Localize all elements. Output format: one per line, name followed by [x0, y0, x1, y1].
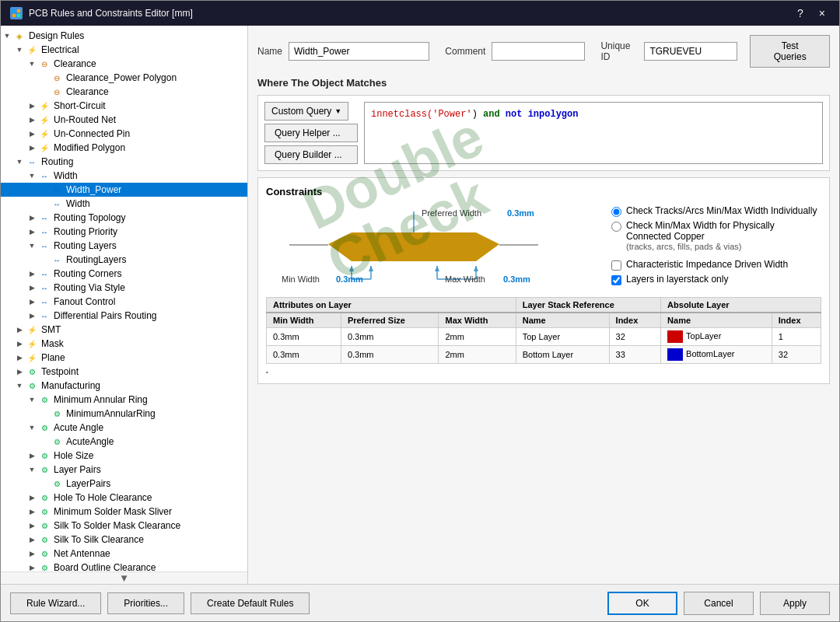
cell-layer-index: 33 [609, 346, 661, 364]
tree-item-differential-pairs[interactable]: ▶↔Differential Pairs Routing [1, 309, 247, 323]
attributes-table: Attributes on Layer Layer Stack Referenc… [266, 297, 821, 364]
tree-item-short-circuit[interactable]: ▶⚡Short-Circuit [1, 99, 247, 113]
titlebar-left: PCB Rules and Constraints Editor [mm] [10, 7, 193, 19]
tree-item-design-rules[interactable]: ▼◈Design Rules [1, 29, 247, 43]
query-type-dropdown[interactable]: Custom Query ▼ [264, 102, 358, 121]
tree-item-electrical[interactable]: ▼⚡Electrical [1, 43, 247, 57]
tree-item-routing-corners[interactable]: ▶↔Routing Corners [1, 267, 247, 281]
cancel-button[interactable]: Cancel [684, 592, 754, 615]
svg-marker-21 [474, 266, 478, 271]
tree-item-layer-pairs[interactable]: ▼⚙Layer Pairs [1, 463, 247, 477]
tree-item-min-solder-mask[interactable]: ▶⚙Minimum Solder Mask Sliver [1, 505, 247, 519]
tree-label: LayerPairs [65, 477, 112, 490]
tree-item-width-power[interactable]: ↔Width_Power [1, 183, 247, 197]
tree-label: Hole To Hole Clearance [52, 491, 154, 504]
left-panel: ▼◈Design Rules▼⚡Electrical▼⊖Clearance ⊖C… [1, 26, 248, 584]
table-row[interactable]: 0.3mm 0.3mm 2mm Bottom Layer 33 BottomLa… [267, 346, 821, 364]
tree-item-width[interactable]: ▼↔Width [1, 169, 247, 183]
tree-item-testpoint[interactable]: ▶⚙Testpoint [1, 365, 247, 379]
tree-item-modified-polygon[interactable]: ▶⚡Modified Polygon [1, 141, 247, 155]
tree-item-manufacturing[interactable]: ▼⚙Manufacturing [1, 379, 247, 393]
tree-item-acute-angle-rule[interactable]: ⚙AcuteAngle [1, 435, 247, 449]
tree-item-routing-layers-rule[interactable]: ↔RoutingLayers [1, 253, 247, 267]
tree-scroll-down[interactable]: ▼ [1, 571, 247, 584]
tree-item-routing-via-style[interactable]: ▶↔Routing Via Style [1, 281, 247, 295]
chk-impedance[interactable] [611, 260, 621, 271]
titlebar-controls: ? × [793, 5, 830, 21]
cell-abs-name: TopLayer [661, 328, 772, 346]
tree-label: Silk To Solder Mask Clearance [52, 519, 182, 532]
tree-container[interactable]: ▼◈Design Rules▼⚡Electrical▼⊖Clearance ⊖C… [1, 26, 247, 571]
name-input[interactable] [289, 42, 429, 61]
close-button[interactable]: × [814, 5, 830, 21]
ok-button[interactable]: OK [607, 592, 677, 615]
tree-item-hole-size[interactable]: ▶⚙Hole Size [1, 449, 247, 463]
query-helper-button[interactable]: Query Helper ... [264, 124, 358, 142]
tree-item-clearance[interactable]: ⊖Clearance [1, 85, 247, 99]
help-button[interactable]: ? [793, 5, 808, 21]
tree-label: Differential Pairs Routing [52, 309, 159, 322]
col-layer-name: Name [516, 313, 609, 328]
radio-individual-row: Check Tracks/Arcs Min/Max Width Individu… [611, 205, 821, 217]
tree-item-min-annular-ring[interactable]: ▼⚙Minimum Annular Ring [1, 393, 247, 407]
col-max-width: Max Width [439, 313, 516, 328]
tree-item-silk-solder-mask[interactable]: ▶⚙Silk To Solder Mask Clearance [1, 519, 247, 533]
query-builder-button[interactable]: Query Builder ... [264, 145, 358, 164]
tree-item-fanout-control[interactable]: ▶↔Fanout Control [1, 295, 247, 309]
tree-item-width-rule[interactable]: ↔Width [1, 197, 247, 211]
tree-item-routing-priority[interactable]: ▶↔Routing Priority [1, 225, 247, 239]
tree-label: Un-Connected Pin [52, 128, 131, 140]
tree-item-un-routed-net[interactable]: ▶⚡Un-Routed Net [1, 113, 247, 127]
test-queries-button[interactable]: Test Queries [750, 35, 830, 68]
svg-text:Min Width: Min Width [282, 274, 320, 284]
radio-connected-row: Check Min/Max Width for Physically Conne… [611, 220, 821, 251]
tree-item-mask[interactable]: ▶⚡Mask [1, 337, 247, 351]
tree-item-net-antennae[interactable]: ▶⚙Net Antennae [1, 547, 247, 561]
tree-label: Design Rules [27, 30, 86, 42]
tree-item-clearance-power-polygon[interactable]: ⊖Clearance_Power Polygon [1, 71, 247, 85]
radio-connected[interactable] [611, 222, 621, 232]
svg-rect-2 [12, 14, 16, 17]
apply-button[interactable]: Apply [760, 592, 830, 615]
tree-label: Testpoint [40, 365, 80, 378]
create-defaults-button[interactable]: Create Default Rules [191, 592, 310, 614]
tree-item-clearance-group[interactable]: ▼⊖Clearance [1, 57, 247, 71]
constraints-title: Constraints [266, 186, 821, 197]
tree-item-un-connected-pin[interactable]: ▶⚡Un-Connected Pin [1, 127, 247, 141]
tree-item-routing[interactable]: ▼↔Routing [1, 155, 247, 169]
tree-item-plane[interactable]: ▶⚡Plane [1, 351, 247, 365]
priorities-button[interactable]: Priorities... [107, 592, 184, 614]
name-row: Name Comment Unique ID Test Queries [257, 35, 830, 68]
tree-item-layer-pairs-rule[interactable]: ⚙LayerPairs [1, 477, 247, 491]
uid-input[interactable] [644, 42, 737, 61]
tree-label: Silk To Silk Clearance [52, 533, 145, 546]
query-type-button[interactable]: Custom Query ▼ [264, 102, 348, 121]
comment-label: Comment [445, 46, 485, 57]
attr-header-attributes: Attributes on Layer [267, 298, 516, 313]
cell-abs-index: 32 [772, 346, 821, 364]
tree-item-silk-silk[interactable]: ▶⚙Silk To Silk Clearance [1, 533, 247, 547]
cell-pref-size: 0.3mm [341, 346, 439, 364]
tree-item-board-outline[interactable]: ▶⚙Board Outline Clearance [1, 561, 247, 571]
tree-item-min-annular-ring-rule[interactable]: ⚙MinimumAnnularRing [1, 407, 247, 421]
comment-input[interactable] [492, 42, 585, 61]
tree-label: Routing Corners [52, 267, 123, 280]
radio-connected-label: Check Min/Max Width for Physically Conne… [626, 220, 821, 242]
bottom-bar: Rule Wizard... Priorities... Create Defa… [1, 584, 839, 621]
radio-individual[interactable] [611, 207, 621, 217]
tree-item-hole-to-hole[interactable]: ▶⚙Hole To Hole Clearance [1, 491, 247, 505]
table-row[interactable]: 0.3mm 0.3mm 2mm Top Layer 32 TopLayer 1 [267, 328, 821, 346]
tree-label: Mask [40, 337, 65, 350]
tree-item-acute-angle[interactable]: ▼⚙Acute Angle [1, 421, 247, 435]
chk-layers[interactable] [611, 275, 621, 285]
tree-item-routing-topology[interactable]: ▶↔Routing Topology [1, 211, 247, 225]
tree-item-smt[interactable]: ▶⚡SMT [1, 323, 247, 337]
rule-wizard-button[interactable]: Rule Wizard... [10, 592, 101, 614]
tree-item-routing-layers[interactable]: ▼↔Routing Layers [1, 239, 247, 253]
query-editor[interactable]: innetclass('Power') and not inpolygon [364, 102, 823, 164]
tree-label: Modified Polygon [52, 142, 127, 154]
query-section: Custom Query ▼ Query Helper ... Query Bu… [257, 95, 830, 171]
svg-text:Max Width: Max Width [445, 274, 485, 284]
attr-header-absolute: Absolute Layer [661, 298, 821, 313]
svg-text:Preferred Width: Preferred Width [422, 208, 481, 218]
